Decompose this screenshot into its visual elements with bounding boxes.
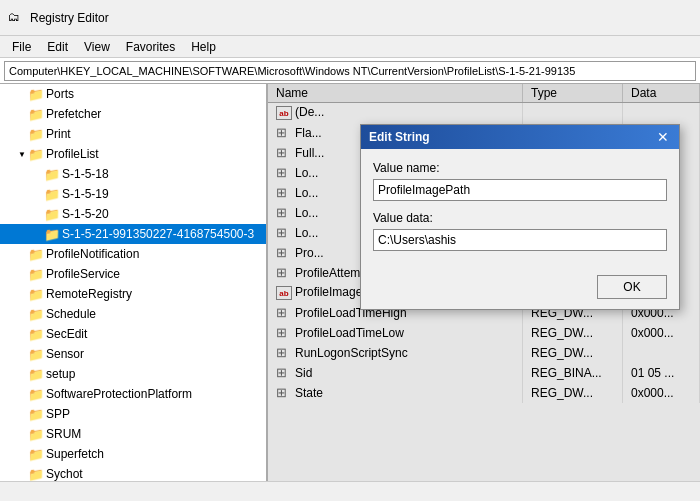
tree-item[interactable]: 📁SPP	[0, 404, 266, 424]
expand-placeholder	[32, 188, 44, 200]
folder-icon: 📁	[44, 226, 60, 242]
tree-pane: 📁Ports 📁Prefetcher 📁Print▼📁ProfileList 📁…	[0, 84, 268, 481]
tree-item[interactable]: 📁S-1-5-21-991350227-4168754500-3	[0, 224, 266, 244]
folder-icon: 📁	[28, 366, 44, 382]
ok-button[interactable]: OK	[597, 275, 667, 299]
title-bar: 🗂 Registry Editor	[0, 0, 700, 36]
folder-icon: 📁	[44, 166, 60, 182]
expand-placeholder	[16, 308, 28, 320]
tree-item[interactable]: 📁ProfileService	[0, 264, 266, 284]
tree-item-label: SecEdit	[46, 327, 87, 341]
tree-item-label: Print	[46, 127, 71, 141]
folder-icon: 📁	[28, 306, 44, 322]
app-icon: 🗂	[8, 10, 24, 26]
tree-item[interactable]: ▼📁ProfileList	[0, 144, 266, 164]
title-bar-title: Registry Editor	[30, 11, 109, 25]
tree-item-label: SoftwareProtectionPlatform	[46, 387, 192, 401]
folder-icon: 📁	[28, 286, 44, 302]
tree-item[interactable]: 📁Sensor	[0, 344, 266, 364]
folder-icon: 📁	[28, 346, 44, 362]
tree-item-label: Schedule	[46, 307, 96, 321]
folder-icon: 📁	[28, 426, 44, 442]
folder-icon: 📁	[44, 186, 60, 202]
expand-placeholder	[16, 388, 28, 400]
tree-item-label: S-1-5-18	[62, 167, 109, 181]
tree-item[interactable]: 📁Print	[0, 124, 266, 144]
folder-icon: 📁	[44, 206, 60, 222]
menu-file[interactable]: File	[4, 38, 39, 56]
tree-item-label: Ports	[46, 87, 74, 101]
tree-item-label: SPP	[46, 407, 70, 421]
edit-string-dialog: Edit String ✕ Value name: Value data: OK	[360, 124, 680, 310]
tree-item[interactable]: 📁Schedule	[0, 304, 266, 324]
menu-edit[interactable]: Edit	[39, 38, 76, 56]
tree-item-label: S-1-5-21-991350227-4168754500-3	[62, 227, 254, 241]
expand-placeholder	[16, 108, 28, 120]
value-data-input[interactable]	[373, 229, 667, 251]
expand-placeholder	[16, 328, 28, 340]
folder-icon: 📁	[28, 106, 44, 122]
folder-icon: 📁	[28, 326, 44, 342]
dialog-close-button[interactable]: ✕	[655, 129, 671, 145]
expand-placeholder	[16, 268, 28, 280]
status-bar	[0, 481, 700, 501]
tree-item[interactable]: 📁setup	[0, 364, 266, 384]
expand-placeholder	[16, 248, 28, 260]
expand-placeholder	[16, 128, 28, 140]
expand-placeholder	[16, 88, 28, 100]
tree-item[interactable]: 📁Prefetcher	[0, 104, 266, 124]
tree-item-label: Prefetcher	[46, 107, 101, 121]
folder-icon: 📁	[28, 146, 44, 162]
value-name-label: Value name:	[373, 161, 667, 175]
menu-help[interactable]: Help	[183, 38, 224, 56]
value-data-label: Value data:	[373, 211, 667, 225]
tree-item[interactable]: 📁S-1-5-20	[0, 204, 266, 224]
folder-icon: 📁	[28, 86, 44, 102]
value-name-input[interactable]	[373, 179, 667, 201]
tree-item-label: ProfileNotification	[46, 247, 139, 261]
folder-icon: 📁	[28, 406, 44, 422]
expand-placeholder	[16, 468, 28, 480]
address-bar	[0, 58, 700, 84]
expand-placeholder	[16, 408, 28, 420]
tree-item-label: S-1-5-20	[62, 207, 109, 221]
menu-bar: File Edit View Favorites Help	[0, 36, 700, 58]
expand-placeholder	[32, 168, 44, 180]
tree-item-label: Superfetch	[46, 447, 104, 461]
expand-placeholder	[32, 228, 44, 240]
expand-placeholder	[16, 448, 28, 460]
folder-icon: 📁	[28, 466, 44, 481]
tree-item-label: ProfileService	[46, 267, 120, 281]
tree-item-label: RemoteRegistry	[46, 287, 132, 301]
tree-item[interactable]: 📁RemoteRegistry	[0, 284, 266, 304]
tree-item[interactable]: 📁SRUM	[0, 424, 266, 444]
values-pane: Name Type Data ab(De... ⊞Fla... REG_DW..…	[268, 84, 700, 481]
tree-item-label: SRUM	[46, 427, 81, 441]
dialog-buttons: OK	[361, 269, 679, 309]
expand-placeholder	[16, 348, 28, 360]
folder-icon: 📁	[28, 126, 44, 142]
tree-item[interactable]: 📁Superfetch	[0, 444, 266, 464]
expand-arrow-icon[interactable]: ▼	[16, 148, 28, 160]
main-content: 📁Ports 📁Prefetcher 📁Print▼📁ProfileList 📁…	[0, 84, 700, 481]
tree-item[interactable]: 📁S-1-5-18	[0, 164, 266, 184]
tree-item[interactable]: 📁S-1-5-19	[0, 184, 266, 204]
tree-item[interactable]: 📁Ports	[0, 84, 266, 104]
tree-item[interactable]: 📁ProfileNotification	[0, 244, 266, 264]
address-input[interactable]	[4, 61, 696, 81]
tree-item[interactable]: 📁Sychot	[0, 464, 266, 481]
expand-placeholder	[16, 368, 28, 380]
tree-item-label: Sychot	[46, 467, 83, 481]
dialog-body: Value name: Value data:	[361, 149, 679, 269]
folder-icon: 📁	[28, 266, 44, 282]
menu-view[interactable]: View	[76, 38, 118, 56]
expand-placeholder	[16, 428, 28, 440]
tree-item[interactable]: 📁SoftwareProtectionPlatform	[0, 384, 266, 404]
menu-favorites[interactable]: Favorites	[118, 38, 183, 56]
modal-overlay: Edit String ✕ Value name: Value data: OK	[268, 84, 700, 481]
tree-item-label: Sensor	[46, 347, 84, 361]
dialog-title: Edit String	[369, 130, 430, 144]
tree-item[interactable]: 📁SecEdit	[0, 324, 266, 344]
folder-icon: 📁	[28, 386, 44, 402]
expand-placeholder	[32, 208, 44, 220]
